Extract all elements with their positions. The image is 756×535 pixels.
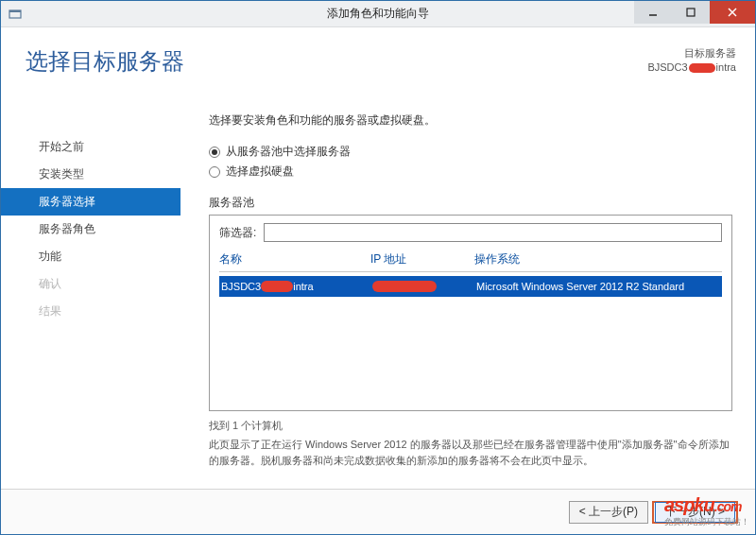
- filter-label: 筛选器:: [219, 225, 256, 241]
- col-ip-header[interactable]: IP 地址: [370, 251, 474, 268]
- description-text: 此页显示了正在运行 Windows Server 2012 的服务器以及那些已经…: [209, 437, 732, 468]
- sidebar-item-installation-type[interactable]: 安装类型: [1, 161, 180, 188]
- sidebar-item-before-you-begin[interactable]: 开始之前: [1, 133, 180, 161]
- svg-rect-1: [9, 10, 21, 12]
- target-info: 目标服务器 BJSDC3intra: [647, 46, 736, 77]
- pool-label: 服务器池: [209, 195, 732, 211]
- server-pool-box: 筛选器: 名称 IP 地址 操作系统 BJSDC3intra: [209, 215, 732, 411]
- col-os-header[interactable]: 操作系统: [474, 251, 722, 268]
- radio-icon: [209, 147, 220, 158]
- svg-rect-3: [687, 9, 695, 16]
- sidebar: 开始之前 安装类型 服务器选择 服务器角色 功能 确认 结果: [1, 112, 180, 487]
- radio-label: 选择虚拟硬盘: [226, 164, 294, 180]
- sidebar-item-results: 结果: [1, 298, 180, 325]
- wizard-window: 添加角色和功能向导 选择目标服务器 目标服务器 BJSDC3intra: [0, 0, 756, 535]
- sidebar-item-server-selection[interactable]: 服务器选择: [1, 188, 180, 216]
- close-button[interactable]: [710, 1, 755, 24]
- app-icon: [7, 6, 24, 23]
- cell-os: Microsoft Windows Server 2012 R2 Standar…: [474, 281, 722, 292]
- window-buttons: [634, 1, 755, 24]
- filter-input[interactable]: [264, 223, 722, 242]
- col-name-header[interactable]: 名称: [219, 251, 370, 268]
- radio-vhd[interactable]: 选择虚拟硬盘: [209, 164, 732, 180]
- grid-header: 名称 IP 地址 操作系统: [219, 251, 722, 272]
- redacted-icon: [261, 281, 293, 292]
- found-count: 找到 1 个计算机: [209, 419, 732, 433]
- body: 开始之前 安装类型 服务器选择 服务器角色 功能 确认 结果 选择要安装角色和功…: [1, 112, 755, 487]
- maximize-button[interactable]: [672, 1, 710, 24]
- target-label: 目标服务器: [647, 46, 736, 60]
- cell-ip: [370, 281, 474, 292]
- radio-label: 从服务器池中选择服务器: [226, 144, 351, 160]
- main-panel: 选择要安装角色和功能的服务器或虚拟硬盘。 从服务器池中选择服务器 选择虚拟硬盘 …: [180, 112, 755, 487]
- minimize-button[interactable]: [634, 1, 672, 24]
- sidebar-item-server-roles[interactable]: 服务器角色: [1, 216, 180, 243]
- sidebar-item-confirmation: 确认: [1, 270, 180, 298]
- server-row[interactable]: BJSDC3intra Microsoft Windows Server 201…: [219, 276, 722, 297]
- header-row: 选择目标服务器 目标服务器 BJSDC3intra: [1, 27, 755, 86]
- titlebar: 添加角色和功能向导: [1, 1, 755, 27]
- instruction-text: 选择要安装角色和功能的服务器或虚拟硬盘。: [209, 112, 732, 129]
- target-server-name: BJSDC3intra: [647, 60, 736, 75]
- redacted-icon: [689, 63, 715, 73]
- cell-name: BJSDC3intra: [219, 281, 370, 292]
- cancel-button[interactable]: 取消: [657, 500, 736, 523]
- redacted-icon: [372, 281, 437, 292]
- sidebar-item-features[interactable]: 功能: [1, 243, 180, 270]
- radio-icon: [209, 166, 220, 178]
- radio-from-pool[interactable]: 从服务器池中选择服务器: [209, 144, 732, 160]
- footer: < 上一步(P) 下一步(N) > 安装(I) 取消: [1, 489, 755, 534]
- install-button: 安装(I): [574, 500, 653, 523]
- grid-empty-space: [219, 297, 722, 401]
- content: 选择目标服务器 目标服务器 BJSDC3intra 开始之前 安装类型 服务器选…: [1, 27, 755, 534]
- filter-row: 筛选器:: [219, 223, 722, 242]
- page-title: 选择目标服务器: [26, 46, 184, 77]
